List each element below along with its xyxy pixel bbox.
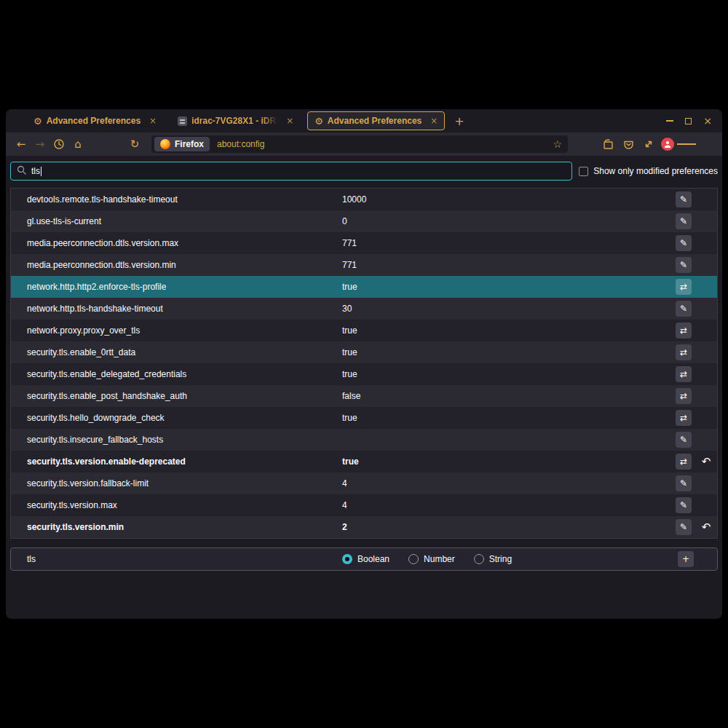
toggle-button[interactable]: ⇄ [676,344,692,360]
back-button[interactable]: ← [12,135,31,154]
toggle-arrows-icon: ⇄ [680,456,687,467]
firefox-chip: Firefox [154,137,210,151]
menu-icon[interactable] [677,135,696,154]
toggle-button[interactable]: ⇄ [676,388,692,404]
reload-button[interactable]: ↻ [125,135,144,154]
radio-dot-icon[interactable] [342,554,352,564]
pref-row[interactable]: gl.use-tls-is-current 0 ✎ [11,210,717,232]
clipboard-icon[interactable] [598,135,617,154]
pref-value: true [342,282,357,292]
radio-dot-icon[interactable] [474,554,484,564]
pencil-icon: ✎ [680,194,687,205]
maximize-button[interactable] [685,118,692,124]
server-favicon-icon [178,116,187,126]
pref-row[interactable]: network.proxy.proxy_over_tls true ⇄ [11,320,717,341]
pref-row[interactable]: media.peerconnection.dtls.version.min 77… [11,254,717,276]
show-modified-checkbox[interactable] [579,167,588,176]
pref-row[interactable]: security.tls.hello_downgrade_check true … [11,407,717,429]
show-modified-control[interactable]: Show only modified preferences [579,166,718,176]
pref-value: 0 [342,216,347,226]
edit-button[interactable]: ✎ [676,213,692,229]
pref-row[interactable]: security.tls.enable_post_handshake_auth … [11,385,717,407]
tab-bar: ⚙ Advanced Preferences × idrac-7VG28X1 -… [6,109,722,132]
forward-button[interactable]: → [31,135,50,154]
pref-name: security.tls.enable_delegated_credential… [27,369,186,379]
pref-row[interactable]: security.tls.version.max 4 ✎ [11,494,717,516]
toggle-button[interactable]: ⇄ [676,279,692,295]
pref-actions: ⇄ ↶ [676,454,714,470]
pref-row[interactable]: media.peerconnection.dtls.version.max 77… [11,232,717,254]
pref-name: security.tls.insecure_fallback_hosts [27,435,163,445]
home-button[interactable]: ⌂ [68,135,87,154]
pref-row[interactable]: network.http.http2.enforce-tls-profile t… [11,276,717,298]
tab-advanced-preferences-1[interactable]: ⚙ Advanced Preferences × [26,111,164,130]
pref-name: media.peerconnection.dtls.version.min [27,260,176,270]
gear-icon: ⚙ [314,116,323,126]
tab-close-icon[interactable]: × [286,116,293,126]
tab-close-icon[interactable]: × [149,116,157,126]
profile-avatar[interactable] [661,138,674,151]
edit-button[interactable]: ✎ [676,191,692,207]
diagonal-arrows-icon[interactable] [639,135,658,154]
pencil-icon: ✎ [680,522,687,532]
undo-button[interactable]: ↶ [702,522,711,533]
about-config-page: tls Show only modified preferences devto… [6,156,722,619]
edit-button[interactable]: ✎ [676,301,692,317]
toggle-button[interactable]: ⇄ [676,366,692,382]
pref-row[interactable]: security.tls.version.min 2 ✎ ↶ [11,516,717,538]
pref-value: 30 [342,304,352,314]
edit-button[interactable]: ✎ [676,519,692,535]
pref-row[interactable]: security.tls.enable_0rtt_data true ⇄ [11,341,717,363]
toggle-button[interactable]: ⇄ [676,410,692,426]
close-window-button[interactable]: × [703,116,712,126]
bookmark-star-icon[interactable]: ☆ [553,138,562,150]
pref-value: true [342,347,357,357]
new-tab-button[interactable]: + [454,114,464,128]
pref-actions: ✎ [676,257,714,273]
search-icon [17,165,26,177]
history-clock-icon[interactable] [50,135,68,154]
edit-button[interactable]: ✎ [676,475,692,491]
add-button[interactable]: + [678,551,694,567]
pref-actions: ⇄ [676,366,714,382]
url-text: about:config [217,139,553,149]
tab-close-icon[interactable]: × [430,116,438,126]
pocket-icon[interactable] [619,135,638,154]
pref-name: gl.use-tls-is-current [27,216,101,226]
radio-dot-icon[interactable] [408,554,419,564]
pref-row[interactable]: security.tls.enable_delegated_credential… [11,363,717,385]
new-pref-name: tls [27,554,36,564]
edit-button[interactable]: ✎ [676,497,692,513]
pref-name: security.tls.version.min [27,522,124,532]
pref-row[interactable]: network.http.tls-handshake-timeout 30 ✎ [11,298,717,320]
toggle-button[interactable]: ⇄ [676,454,692,470]
url-bar[interactable]: Firefox about:config ☆ [151,135,568,153]
pref-actions: ✎ ↶ [676,519,714,535]
tab-advanced-preferences-2[interactable]: ⚙ Advanced Preferences × [307,111,445,130]
radio-string[interactable]: String [474,554,512,564]
edit-button[interactable]: ✎ [676,432,692,448]
edit-button[interactable]: ✎ [676,257,692,273]
radio-label: Number [424,554,455,564]
pref-row[interactable]: devtools.remote.tls-handshake-timeout 10… [11,189,717,210]
toggle-button[interactable]: ⇄ [676,323,692,339]
pref-row[interactable]: security.tls.version.fallback-limit 4 ✎ [11,472,717,494]
pref-actions: ✎ [676,475,714,491]
minimize-button[interactable] [666,120,673,122]
pencil-icon: ✎ [680,216,687,226]
tab-idrac[interactable]: idrac-7VG28X1 - iDRAC7 × [170,111,301,130]
radio-label: String [489,554,512,564]
pref-value: 771 [342,238,357,248]
radio-boolean[interactable]: Boolean [342,554,389,564]
radio-number[interactable]: Number [408,554,455,564]
pref-row[interactable]: security.tls.insecure_fallback_hosts ✎ [11,429,717,451]
pref-actions: ⇄ [676,388,714,404]
pref-actions: ⇄ [676,279,714,295]
text-caret [41,167,41,176]
edit-button[interactable]: ✎ [676,235,692,251]
search-input[interactable]: tls [10,162,572,181]
pref-name: devtools.remote.tls-handshake-timeout [27,194,178,205]
pref-row[interactable]: security.tls.version.enable-deprecated t… [11,451,717,472]
firefox-window: ⚙ Advanced Preferences × idrac-7VG28X1 -… [6,109,722,619]
undo-button[interactable]: ↶ [702,456,711,467]
